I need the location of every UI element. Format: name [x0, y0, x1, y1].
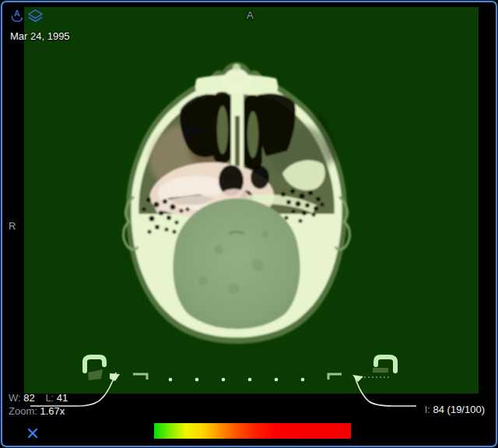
x-close-icon[interactable]: [26, 427, 39, 439]
orientation-marker-left: R: [9, 221, 16, 232]
orientation-marker-top: A: [247, 10, 254, 21]
colormap-bar: [154, 423, 351, 439]
image-index-readout: I: 84 (19/100): [425, 404, 485, 415]
window-value: 82: [23, 392, 34, 404]
viewport-frame: A Mar 24, 1995 A R W: 82 L: 41 Zoom: 1.6…: [1, 1, 497, 447]
svg-text:A: A: [14, 9, 20, 18]
zoom-readout: Zoom: 1.67x: [9, 406, 65, 417]
layers-icon[interactable]: [26, 7, 44, 26]
image-index-label: I:: [425, 404, 430, 415]
window-label: W:: [9, 392, 21, 404]
window-level-readout: W: 82 L: 41: [9, 393, 68, 404]
image-index-value: 84 (19/100): [433, 404, 486, 415]
level-label: L:: [45, 392, 54, 404]
study-date: Mar 24, 1995: [10, 31, 70, 42]
zoom-label: Zoom:: [9, 405, 37, 417]
level-value: 41: [57, 392, 68, 404]
zoom-value: 1.67x: [40, 405, 65, 417]
orientation-a-rotate-icon[interactable]: A: [9, 8, 25, 25]
ct-image-canvas[interactable]: [2, 2, 497, 443]
